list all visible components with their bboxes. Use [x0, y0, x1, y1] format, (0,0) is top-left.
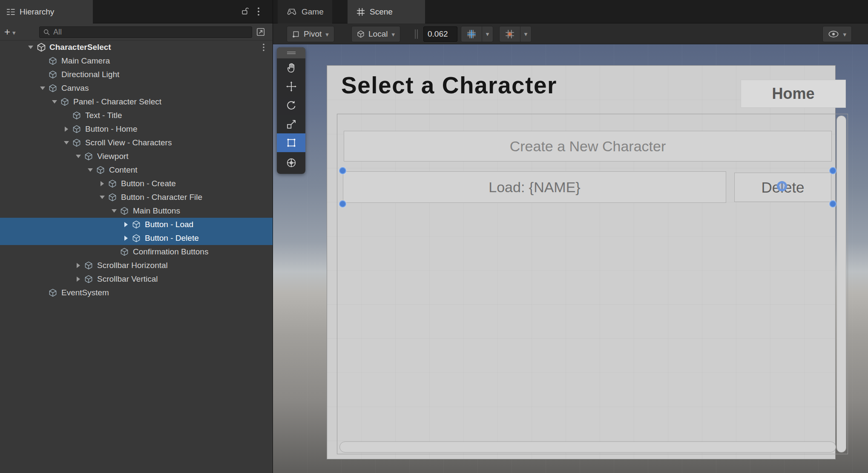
hierarchy-item-label: Scrollbar Vertical — [97, 274, 158, 284]
hierarchy-item-directional-light[interactable]: Directional Light — [0, 68, 273, 81]
camera-view-icon — [828, 30, 839, 38]
hierarchy-item-button-load[interactable]: Button - Load — [0, 218, 273, 231]
expand-arrow-icon[interactable] — [96, 177, 108, 190]
window-picker-icon[interactable] — [256, 27, 265, 37]
hierarchy-item-label: Main Buttons — [133, 206, 180, 216]
panel-divider[interactable] — [273, 0, 273, 473]
transform-tool-button[interactable] — [277, 153, 305, 172]
view-options-button[interactable] — [822, 26, 852, 42]
hierarchy-item-panel-character-select[interactable]: Panel - Character Select — [0, 95, 273, 109]
search-field[interactable] — [39, 26, 252, 38]
hierarchy-item-canvas[interactable]: Canvas — [0, 81, 273, 95]
hierarchy-item-label: Directional Light — [61, 70, 119, 79]
hierarchy-item-scrollbar-horizontal[interactable]: Scrollbar Horizontal — [0, 259, 273, 272]
expand-arrow-icon[interactable] — [72, 150, 84, 163]
gameobject-icon — [120, 248, 129, 256]
rotation-button[interactable]: Local — [351, 26, 400, 42]
move-tool-button[interactable] — [277, 77, 305, 96]
scrollbar-horizontal[interactable] — [339, 441, 836, 453]
hand-tool-button[interactable] — [277, 58, 305, 77]
selection-handle[interactable] — [339, 167, 346, 174]
pivot-button[interactable]: Pivot — [287, 26, 334, 42]
hierarchy-item-label: Button - Load — [145, 220, 193, 229]
expand-arrow-icon[interactable] — [108, 204, 120, 218]
hierarchy-item-label: Panel - Character Select — [73, 97, 161, 107]
scrollbar-vertical[interactable] — [836, 115, 846, 453]
tab-scene[interactable]: Scene — [348, 0, 425, 23]
unlock-icon[interactable] — [241, 7, 250, 15]
hierarchy-item-viewport[interactable]: Viewport — [0, 150, 273, 163]
palette-drag-handle[interactable] — [277, 47, 305, 58]
hierarchy-tab-label: Hierarchy — [20, 7, 54, 17]
selection-handle[interactable] — [339, 200, 346, 208]
hierarchy-item-label: Content — [109, 165, 138, 175]
scene-grid-icon — [356, 7, 365, 17]
create-button[interactable]: Create a New Character — [344, 131, 832, 162]
chevron-down-icon[interactable] — [520, 26, 531, 42]
hierarchy-item-main-buttons[interactable]: Main Buttons — [0, 204, 273, 218]
expand-arrow-icon[interactable] — [60, 122, 72, 136]
scene-menu-icon[interactable] — [262, 43, 265, 52]
hierarchy-panel: CharacterSelect Main CameraDirectional L… — [0, 40, 273, 473]
selection-handle[interactable] — [829, 200, 836, 208]
hierarchy-item-eventsystem[interactable]: EventSystem — [0, 286, 273, 300]
chevron-down-icon — [391, 29, 395, 39]
hierarchy-item-button-home[interactable]: Button - Home — [0, 122, 273, 136]
expand-arrow-icon[interactable] — [96, 190, 108, 204]
canvas-title[interactable]: Select a Character — [341, 72, 557, 99]
expand-arrow-icon[interactable] — [84, 163, 96, 177]
hierarchy-tab[interactable]: Hierarchy — [0, 0, 93, 23]
chevron-down-icon[interactable] — [482, 26, 493, 42]
load-button[interactable]: Load: {NAME} — [343, 171, 726, 203]
expand-arrow-icon[interactable] — [72, 259, 84, 272]
expand-arrow-icon[interactable] — [120, 218, 132, 231]
home-button[interactable]: Home — [741, 80, 846, 108]
selection-handle[interactable] — [829, 167, 836, 174]
expand-arrow-icon[interactable] — [120, 231, 132, 245]
hierarchy-item-button-character-file[interactable]: Button - Character File — [0, 190, 273, 204]
hierarchy-menu-icon[interactable] — [257, 7, 260, 16]
hierarchy-item-confirmation-buttons[interactable]: Confirmation Buttons — [0, 245, 273, 259]
hierarchy-item-button-delete[interactable]: Button - Delete — [0, 231, 273, 245]
hierarchy-item-scrollbar-vertical[interactable]: Scrollbar Vertical — [0, 272, 273, 286]
expand-arrow-icon[interactable] — [37, 81, 49, 95]
add-gameobject-button[interactable]: + — [4, 26, 16, 38]
search-input[interactable] — [53, 28, 248, 37]
snap-increment-button[interactable] — [499, 26, 532, 42]
gamepad-icon — [286, 8, 297, 16]
scene-viewport[interactable]: Select a Character Home Create a New Cha… — [273, 44, 868, 473]
scroll-view[interactable]: Create a New Character Load: {NAME} Dele… — [337, 114, 848, 454]
gameobject-icon — [60, 98, 70, 106]
rotate-tool-button[interactable] — [277, 96, 305, 115]
hand-tool-icon — [286, 62, 297, 73]
ui-canvas-panel[interactable]: Select a Character Home Create a New Cha… — [327, 65, 836, 459]
tool-buttons — [277, 58, 305, 172]
grid-snap-button[interactable] — [461, 26, 493, 42]
hierarchy-item-main-camera[interactable]: Main Camera — [0, 54, 273, 68]
hierarchy-item-label: Scroll View - Characters — [85, 138, 172, 147]
gameobject-icon — [49, 57, 58, 65]
grid-size-input[interactable] — [423, 26, 457, 42]
scale-tool-button[interactable] — [277, 115, 305, 133]
hierarchy-item-scroll-view-characters[interactable]: Scroll View - Characters — [0, 136, 273, 150]
pivot-handle[interactable] — [777, 181, 787, 191]
gameobject-icon — [84, 275, 94, 283]
hierarchy-item-content[interactable]: Content — [0, 163, 273, 177]
expand-arrow-icon[interactable] — [60, 136, 72, 150]
plus-icon: + — [4, 26, 10, 38]
tab-game[interactable]: Game — [278, 0, 332, 23]
expand-arrow-icon[interactable] — [49, 95, 60, 109]
hierarchy-root-row[interactable]: CharacterSelect — [0, 40, 273, 54]
chevron-down-icon — [843, 29, 846, 39]
hierarchy-item-label: Confirmation Buttons — [133, 247, 208, 257]
gameobject-icon — [96, 166, 106, 174]
gameobject-icon — [108, 179, 118, 188]
rect-tool-button[interactable] — [277, 133, 305, 152]
arrow-spacer — [37, 54, 49, 68]
local-cube-icon — [357, 30, 365, 38]
hierarchy-item-text-title[interactable]: Text - Title — [0, 109, 273, 122]
expand-arrow-icon[interactable] — [72, 272, 84, 286]
expand-arrow-icon[interactable] — [25, 40, 37, 54]
hierarchy-item-button-create[interactable]: Button - Create — [0, 177, 273, 190]
pivot-icon — [292, 30, 300, 38]
